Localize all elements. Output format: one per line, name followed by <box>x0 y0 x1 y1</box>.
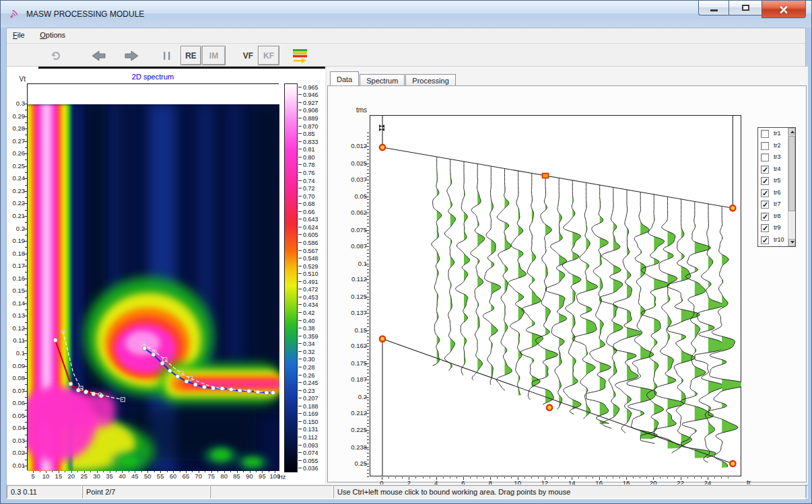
trace-wiggle <box>532 176 557 404</box>
refresh-icon <box>50 50 62 62</box>
spectrum-plot[interactable] <box>27 83 279 470</box>
trace-fill <box>437 157 442 366</box>
spectrum-x-tick: 100 <box>268 473 281 480</box>
trace-wiggle <box>456 161 470 375</box>
spectrum-y-tick: 0.21 <box>7 213 25 219</box>
dispersion-curve-point[interactable] <box>53 338 57 343</box>
trace-list-row: tr1 <box>758 129 788 140</box>
seismogram-traces[interactable] <box>370 116 742 477</box>
minimize-button[interactable] <box>698 1 729 15</box>
seis-y-tick: 0.1 <box>344 260 367 267</box>
dispersion-curve-point[interactable] <box>142 347 146 351</box>
window-content: File Options <box>6 28 806 498</box>
trace-checkbox-label: tr3 <box>774 153 781 160</box>
menu-file[interactable]: File <box>7 28 31 39</box>
im-button[interactable]: IM <box>202 46 226 65</box>
trace-checkbox-tr2[interactable] <box>761 142 769 150</box>
trace-checkbox-tr1[interactable] <box>761 130 769 138</box>
colorbar-tick: 0.245 <box>303 380 318 386</box>
colorbar-tick: 0.605 <box>303 231 318 238</box>
spectrum-heatmap[interactable] <box>28 84 279 471</box>
trace-list-scrollbar[interactable] <box>788 128 795 246</box>
trace-checkbox-tr5[interactable] <box>761 177 769 185</box>
working-area-square-handle[interactable] <box>543 174 549 178</box>
trace-list-row: tr8 <box>758 211 788 223</box>
working-area-point[interactable] <box>380 336 385 341</box>
refresh-button[interactable] <box>47 46 65 65</box>
colorbar-tick: 0.188 <box>303 403 318 410</box>
menu-options[interactable]: Options <box>34 28 71 39</box>
back-button[interactable] <box>89 46 109 65</box>
spectrum-y-tick: 0.19 <box>7 238 25 244</box>
trace-checkbox-tr9[interactable] <box>761 224 769 232</box>
re-button[interactable]: RE <box>180 46 201 65</box>
pause-icon <box>162 50 172 61</box>
dispersion-curve-point[interactable] <box>202 385 206 389</box>
pause-button[interactable] <box>160 46 174 65</box>
close-icon <box>778 4 789 15</box>
dispersion-curve-point[interactable] <box>69 382 73 386</box>
seismogram-plot[interactable] <box>370 115 741 476</box>
status-bar: 0.3 0.11 Point 2/7 Use Ctrl+left mouse c… <box>7 484 805 499</box>
spectrum-x-tick: 55 <box>154 473 167 480</box>
trace-wiggle <box>545 178 567 410</box>
dispersion-curve-point[interactable] <box>238 389 242 393</box>
trace-checkbox-tr6[interactable] <box>761 189 769 197</box>
trace-checkbox-label: tr9 <box>774 224 781 231</box>
working-area-point[interactable] <box>730 205 735 211</box>
forward-button[interactable] <box>121 46 141 65</box>
colorbar-tick: 0.38 <box>303 325 315 332</box>
trace-checkbox-tr3[interactable] <box>761 153 769 161</box>
trace-fill <box>532 174 543 400</box>
dispersion-curve-point[interactable] <box>271 390 275 394</box>
colorbar-tick: 0.66 <box>303 209 315 215</box>
colorbar-tick: 0.586 <box>303 240 318 246</box>
maximize-button[interactable] <box>729 1 762 15</box>
kf-button[interactable]: KF <box>258 46 279 65</box>
dispersion-curve-point[interactable] <box>168 369 172 373</box>
spectrum-x-tick: 40 <box>115 473 129 480</box>
seis-y-tick: 0.075 <box>344 227 367 233</box>
maximize-icon <box>742 5 749 11</box>
app-window: MASW PROCESSING MODULE File Options <box>0 0 812 504</box>
colorbar-tick: 0.81 <box>303 146 315 153</box>
spectrum-y-tick: 0.15 <box>7 287 25 294</box>
colorbar-tick: 0.207 <box>303 395 318 402</box>
trace-fill <box>654 194 669 443</box>
trace-wiggle <box>573 183 598 419</box>
working-area-point[interactable] <box>547 405 552 410</box>
tab-data[interactable]: Data <box>330 71 359 85</box>
scrollbar-thumb[interactable] <box>788 136 795 211</box>
colorbar-tick: 0.908 <box>303 107 318 114</box>
scrollbar-up-arrow[interactable] <box>788 128 795 135</box>
spectrum-y-tick: 0.16 <box>7 275 25 282</box>
trace-checkbox-tr10[interactable] <box>761 236 769 244</box>
trace-checkbox-tr4[interactable] <box>761 166 769 174</box>
colorbar-tick: 0.074 <box>303 449 318 456</box>
trace-checkbox-tr8[interactable] <box>761 213 769 221</box>
trace-fill <box>491 166 500 386</box>
status-point-counter: Point 2/7 <box>82 485 210 499</box>
colorbar-tick: 0.74 <box>303 178 315 184</box>
working-area-point[interactable] <box>380 145 385 150</box>
working-area-point[interactable] <box>730 461 735 466</box>
spectrum-y-tick: 0.27 <box>7 138 25 145</box>
app-icon <box>8 8 20 20</box>
dispersion-curve-point[interactable] <box>265 390 269 394</box>
working-area-top-line[interactable] <box>382 147 733 208</box>
trace-checkbox-tr7[interactable] <box>761 201 769 209</box>
dispersion-curve-point[interactable] <box>193 382 197 386</box>
scrollbar-down-arrow[interactable] <box>788 239 795 246</box>
colorbar-tick: 0.093 <box>303 442 318 449</box>
dispersion-curve-point[interactable] <box>256 390 260 394</box>
spectrum-x-tick: 45 <box>128 473 141 480</box>
spectrum-x-tick: 10 <box>39 473 53 480</box>
spectrum-y-tick: 0.02 <box>7 449 25 456</box>
colorbar-tick: 0.833 <box>303 139 318 145</box>
trace-checkbox-label: tr10 <box>774 236 784 243</box>
layers-button[interactable] <box>291 46 310 65</box>
vf-button[interactable]: VF <box>239 46 257 65</box>
close-button[interactable] <box>762 1 806 18</box>
tab-bar: DataSpectrumProcessing <box>330 71 456 86</box>
trace-fill <box>600 185 611 425</box>
